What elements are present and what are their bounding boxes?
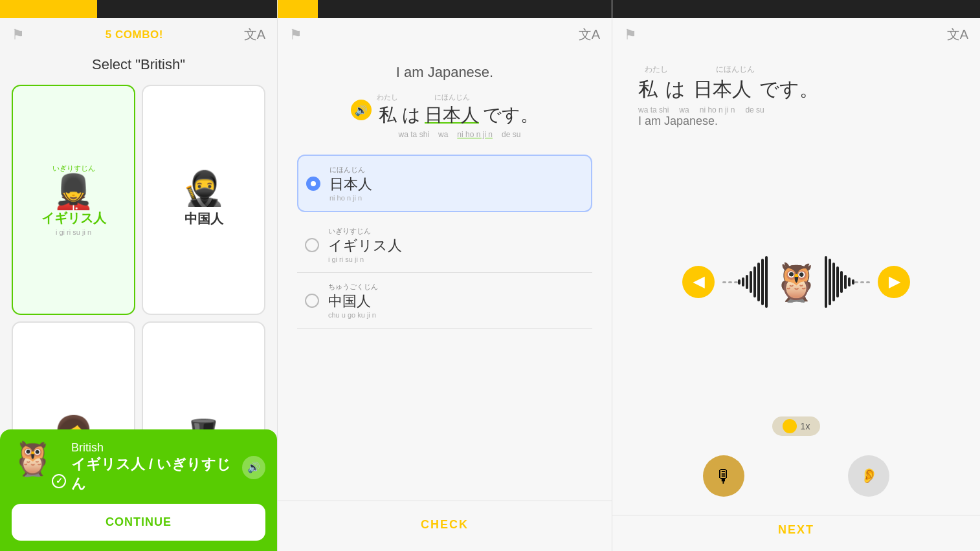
romaji-wa: wa	[438, 130, 448, 139]
panel3-rom-nihonjin: ni ho n ji n	[700, 105, 735, 114]
choices-area: にほんじん 日本人 ni ho n ji n いぎりすじん イギリス人 i gi…	[278, 155, 612, 501]
flag-icon[interactable]: ⚑	[12, 27, 25, 43]
cell-char-chinese: 🥷	[183, 171, 225, 205]
owl-icon: 🦉	[12, 442, 63, 475]
ruby-watashi: わたし	[645, 64, 677, 75]
speed-label: 1x	[801, 421, 810, 431]
mascot-area: 🦉 ✓	[12, 442, 63, 493]
panel2-sound-btn[interactable]: 🔊	[351, 100, 372, 120]
panel3-owl: 🦉	[773, 263, 819, 301]
panel2-progress-fill	[278, 0, 318, 18]
result-label: British	[71, 441, 242, 455]
continue-button[interactable]: CONTINUE	[12, 504, 265, 541]
combo-label: 5 COMBO!	[106, 28, 163, 41]
choice-text-nihonjin: にほんじん 日本人 ni ho n ji n	[329, 165, 372, 202]
romaji-row: wa ta shi wa ni ho n ji n de su	[278, 130, 612, 139]
wave-right-dashes	[854, 281, 870, 283]
panel3-rom-wa: wa	[679, 105, 689, 114]
next-button[interactable]: NEXT	[778, 523, 814, 537]
panel2-header: ⚑ 文A	[278, 18, 612, 51]
jp-sentence-row: 🔊 わたし 私 は にほんじん 日本人 です。	[278, 92, 612, 127]
radio-nihonjin	[306, 177, 320, 191]
panel3-kanji-row: 私 は 日本人 です。	[638, 76, 819, 103]
kanji-wa: は	[665, 76, 685, 103]
panel2-progress-container	[278, 0, 612, 18]
progress-bar-fill	[0, 0, 97, 18]
speed-toggle-btn[interactable]: 1x	[772, 416, 821, 436]
romaji-watashi: wa ta shi	[399, 130, 429, 139]
panel-multiple-choice: ⚑ 文A I am Japanese. 🔊 わたし 私 は にほんじん 日本人	[277, 0, 612, 551]
panel3-translate-icon[interactable]: 文A	[947, 26, 968, 43]
panel3-jp-block: わたし にほんじん 私 は 日本人 です。 wa ta shi wa ni ho…	[612, 51, 980, 114]
wave-left-dashes	[722, 281, 738, 283]
skip-icon: 👂	[860, 468, 878, 484]
sound-button[interactable]: 🔊	[242, 456, 265, 479]
choice-text-chugokujin: ちゅうごくじん 中国人 chu u go ku ji n	[328, 282, 378, 319]
panel3-next-area: NEXT	[612, 515, 980, 551]
panel3-rom-watashi: wa ta shi	[638, 105, 669, 114]
panel3-romaji-row: wa ta shi wa ni ho n ji n de su	[638, 105, 764, 114]
sound-icon: 🔊	[247, 461, 260, 473]
ruby-nihonjin: にほんじん	[716, 64, 755, 75]
kanji-desu: です。	[759, 76, 819, 103]
check-button[interactable]: CHECK	[395, 512, 495, 538]
jp-token-wa: は	[402, 92, 421, 127]
panel1-title: Select "British"	[0, 56, 277, 73]
panel2-translate-icon[interactable]: 文A	[579, 26, 600, 43]
romaji-desu: de su	[502, 130, 520, 139]
radio-igirisujin	[305, 238, 319, 252]
next-arrow-btn[interactable]: ▶	[878, 266, 910, 298]
panel2-flag-icon[interactable]: ⚑	[289, 27, 302, 43]
waveform-bars: 🦉	[738, 256, 854, 308]
skip-button[interactable]: 👂	[848, 455, 889, 497]
panel3-translation: I am Japanese.	[612, 114, 980, 128]
cell-ruby-british: いぎりすじん	[52, 164, 95, 173]
panel3-ruby-row: わたし にほんじん	[638, 64, 755, 75]
checkmark-badge: ✓	[52, 474, 66, 488]
prev-arrow-btn[interactable]: ◀	[682, 266, 715, 298]
waveform-area: ◀ 🦉	[612, 147, 980, 416]
panel3-flag-icon[interactable]: ⚑	[624, 27, 637, 43]
romaji-nihonjin: ni ho n ji n	[457, 130, 493, 139]
choice-item-nihonjin[interactable]: にほんじん 日本人 ni ho n ji n	[297, 155, 592, 212]
mic-icon: 🎙	[715, 466, 733, 487]
panel2-bottom: CHECK	[278, 501, 612, 551]
cell-char-british: 💂	[52, 175, 95, 208]
result-row: 🦉 ✓ British イギリス人 / いぎりすじん 🔊	[12, 441, 265, 493]
panel1-header: ⚑ 5 COMBO! 文A	[0, 18, 277, 51]
translate-icon[interactable]: 文A	[244, 26, 265, 43]
kanji-watashi: 私	[638, 76, 658, 103]
speed-control: 1x	[612, 416, 980, 436]
choice-cell-british[interactable]: いぎりすじん 💂 イギリス人 i gi ri su ji n	[12, 85, 135, 315]
cell-main-chinese: 中国人	[184, 210, 223, 228]
jp-token-watashi: わたし 私	[377, 92, 398, 127]
speed-dot	[783, 419, 797, 433]
result-overlay: 🦉 ✓ British イギリス人 / いぎりすじん 🔊 CONTINUE	[0, 429, 277, 551]
jp-token-desu: です。	[483, 92, 539, 127]
wave-center: 🦉	[722, 256, 870, 308]
panel2-sound-icon: 🔊	[355, 104, 368, 116]
progress-bar-container	[0, 0, 277, 18]
choice-item-chugokujin[interactable]: ちゅうごくじん 中国人 chu u go ku ji n	[297, 273, 592, 329]
result-info: British イギリス人 / いぎりすじん	[71, 441, 242, 493]
radio-chugokujin	[305, 294, 319, 308]
panel-british-select: ⚑ 5 COMBO! 文A Select "British" いぎりすじん 💂 …	[0, 0, 277, 551]
panel3-header: ⚑ 文A	[612, 18, 980, 51]
choice-text-igirisujin: いぎりすじん イギリス人 i gi ri su ji n	[328, 226, 402, 263]
panel3-rom-desu: de su	[745, 105, 764, 114]
cell-main-british: イギリス人	[41, 210, 106, 227]
cell-romaji-british: i gi ri su ji n	[56, 228, 91, 236]
result-jp: イギリス人 / いぎりすじん	[71, 455, 242, 493]
kanji-nihonjin: 日本人	[693, 76, 752, 103]
panel2-sentence-en: I am Japanese.	[278, 64, 612, 81]
choice-cell-chinese[interactable]: 🥷 中国人	[142, 85, 265, 315]
panel3-progress-container	[612, 0, 980, 18]
choice-item-igirisujin[interactable]: いぎりすじん イギリス人 i gi ri su ji n	[297, 217, 592, 273]
jp-tokens-container: わたし 私 は にほんじん 日本人 です。	[377, 92, 539, 127]
mic-button[interactable]: 🎙	[703, 455, 744, 497]
jp-token-nihonjin: にほんじん 日本人	[425, 92, 479, 127]
panel3-bottom-btns: 🎙 👂	[612, 449, 980, 515]
panel-audio-listening: ⚑ 文A わたし にほんじん 私 は 日本人 です。 wa ta shi wa …	[612, 0, 980, 551]
